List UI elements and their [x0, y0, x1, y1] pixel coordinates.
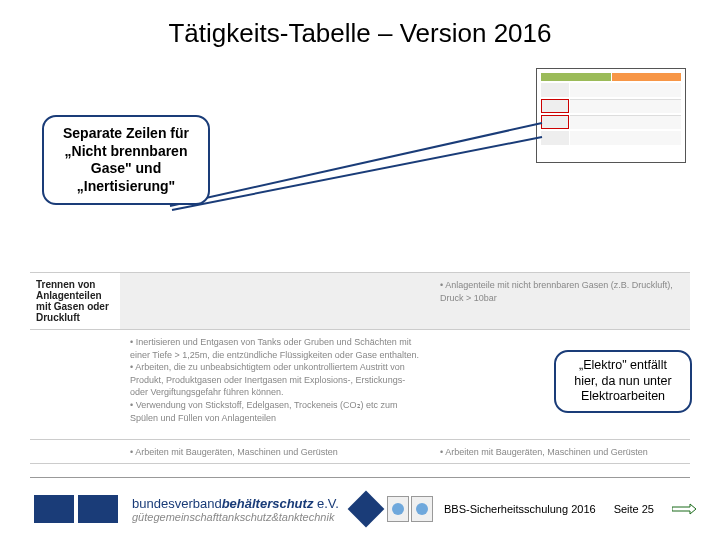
bottom-row-right: • Arbeiten mit Baugeräten, Maschinen und…	[430, 440, 690, 463]
bottom-row-left: • Arbeiten mit Baugeräten, Maschinen und…	[120, 440, 430, 463]
org-name: bundesverbandbehälterschutz e.V. gütegem…	[132, 496, 339, 523]
diamond-icon	[348, 491, 385, 528]
callout-elektro: „Elektro" entfällt hier, da nun unter El…	[554, 350, 692, 413]
row-header: Trennen von Anlagenteilen mit Gasen oder…	[30, 273, 120, 329]
thumbnail-preview	[536, 68, 686, 163]
footer: bundesverbandbehälterschutz e.V. gütegem…	[0, 478, 720, 540]
svg-point-2	[392, 503, 404, 515]
right-cell-top: • Anlagenteile mit nicht brennbaren Gase…	[430, 273, 690, 329]
page-number: Seite 25	[614, 503, 654, 515]
body-bullets: • Inertisieren und Entgasen von Tanks od…	[120, 330, 430, 439]
slide-title: Tätigkeits-Tabelle – Version 2016	[0, 0, 720, 49]
callout-separate-rows: Separate Zeilen für „Nicht brennbaren Ga…	[42, 115, 210, 205]
footer-color-block	[78, 495, 118, 523]
cert-badge-icon	[387, 496, 409, 522]
training-label: BBS-Sicherheitsschulung 2016	[444, 503, 596, 515]
footer-color-block	[34, 495, 74, 523]
svg-line-1	[172, 137, 542, 210]
svg-point-3	[416, 503, 428, 515]
next-arrow-icon	[672, 503, 696, 515]
cert-badge-icon	[411, 496, 433, 522]
svg-line-0	[170, 123, 542, 206]
